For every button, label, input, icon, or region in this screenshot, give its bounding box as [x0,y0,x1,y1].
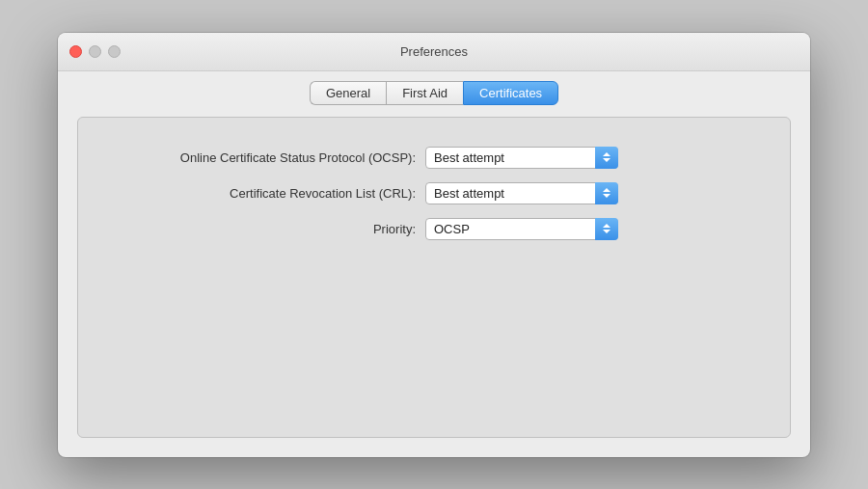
tab-first-aid[interactable]: First Aid [386,81,463,105]
crl-select-wrapper: Best attempt Require if present Require … [425,182,618,204]
content-area: Online Certificate Status Protocol (OCSP… [77,117,791,438]
priority-select-wrapper: OCSP CRL [425,218,618,240]
priority-label: Priority: [117,222,425,236]
tab-certificates[interactable]: Certificates [463,81,558,105]
minimize-button[interactable] [89,45,101,58]
close-button[interactable] [69,45,82,58]
traffic-lights [69,45,121,58]
preferences-window: Preferences General First Aid Certificat… [58,33,810,457]
ocsp-select[interactable]: Best attempt Require if present Require … [425,147,618,169]
titlebar: Preferences [58,33,810,71]
maximize-button[interactable] [108,45,121,58]
ocsp-label: Online Certificate Status Protocol (OCSP… [117,150,425,165]
crl-select[interactable]: Best attempt Require if present Require … [425,182,618,204]
priority-select[interactable]: OCSP CRL [425,218,618,240]
tab-toolbar: General First Aid Certificates [58,71,810,117]
tab-general[interactable]: General [310,81,386,105]
ocsp-row: Online Certificate Status Protocol (OCSP… [117,147,751,169]
ocsp-select-wrapper: Best attempt Require if present Require … [425,147,618,169]
priority-row: Priority: OCSP CRL [117,218,751,240]
crl-row: Certificate Revocation List (CRL): Best … [117,182,751,204]
window-title: Preferences [400,44,468,59]
crl-label: Certificate Revocation List (CRL): [117,186,425,201]
